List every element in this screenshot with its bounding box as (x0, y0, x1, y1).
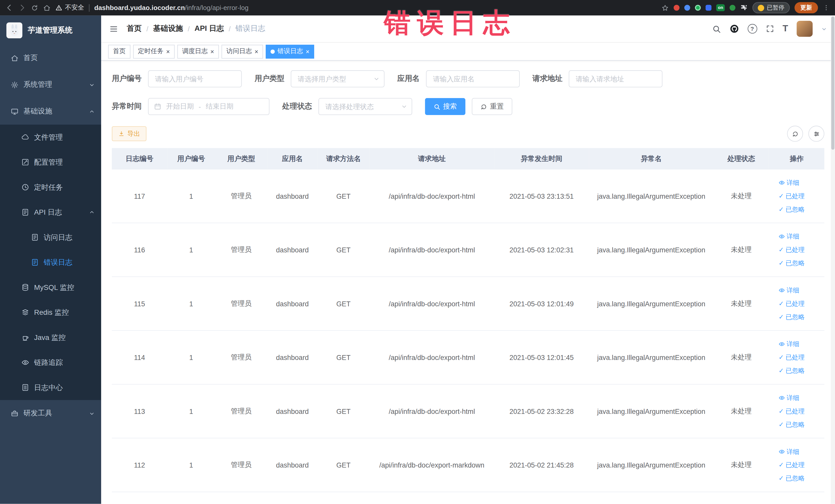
extension-icon[interactable] (684, 5, 690, 11)
processed-link[interactable]: ✓已处理 (778, 353, 805, 362)
paused-button[interactable]: 已暂停 (752, 2, 790, 13)
puzzle-icon[interactable] (740, 4, 748, 12)
refresh-icon (480, 103, 487, 110)
sidebar-item-job[interactable]: 定时任务 (0, 175, 101, 200)
column-header: 异常名 (589, 148, 714, 169)
bookmark-star-icon[interactable] (661, 4, 669, 12)
sidebar-item-trace[interactable]: 链路追踪 (0, 350, 101, 375)
sidebar-item-redis[interactable]: Redis 监控 (0, 300, 101, 325)
cell-user-id: 1 (167, 277, 215, 331)
close-icon[interactable]: × (254, 48, 259, 55)
sidebar-item-system[interactable]: 系统管理 (0, 72, 101, 98)
tab-job-log[interactable]: 调度日志 × (177, 44, 219, 58)
detail-link[interactable]: 详细 (778, 178, 799, 187)
breadcrumb-item[interactable]: API 日志 (195, 24, 224, 33)
breadcrumb-item[interactable]: 首页 (127, 24, 142, 33)
tab-job[interactable]: 定时任务 × (133, 44, 175, 58)
kebab-menu-icon[interactable] (823, 4, 830, 11)
home-icon[interactable] (43, 4, 50, 12)
processed-link[interactable]: ✓已处理 (778, 245, 805, 254)
extension-icon[interactable] (674, 5, 680, 11)
close-icon[interactable]: × (166, 48, 170, 55)
ignored-link[interactable]: ✓已忽略 (778, 313, 805, 321)
fullscreen-icon[interactable] (766, 24, 774, 33)
search-icon[interactable] (712, 24, 721, 33)
extension-icon[interactable] (695, 5, 701, 11)
help-icon[interactable]: ? (748, 24, 757, 33)
cell-url: /api/infra/db-doc/export-html (370, 384, 494, 438)
ignored-link[interactable]: ✓已忽略 (778, 205, 805, 214)
github-icon[interactable] (729, 24, 739, 33)
date-range-field: 开始日期 - 结束日期 (148, 98, 269, 115)
check-icon: ✓ (778, 313, 784, 321)
date-range-picker[interactable]: 开始日期 - 结束日期 (148, 98, 269, 115)
detail-link[interactable]: 详细 (778, 394, 799, 402)
chevron-up-icon (89, 209, 95, 215)
sidebar-item-config[interactable]: 配置管理 (0, 150, 101, 175)
detail-link[interactable]: 详细 (778, 340, 799, 349)
sidebar-item-infra[interactable]: 基础设施 (0, 98, 101, 125)
sidebar-item-mysql[interactable]: MySQL 监控 (0, 275, 101, 300)
extension-icon[interactable] (730, 5, 735, 11)
breadcrumb-current: 错误日志 (236, 24, 265, 33)
close-icon[interactable]: × (306, 48, 309, 55)
detail-link[interactable]: 详细 (778, 286, 799, 295)
sidebar-item-error-log[interactable]: 错误日志 (0, 250, 101, 275)
stack-icon (21, 308, 29, 316)
cell-log-id: 112 (112, 438, 167, 492)
processed-link[interactable]: ✓已处理 (778, 299, 805, 308)
sidebar-item-label: Java 监控 (34, 333, 66, 342)
column-settings-button[interactable] (808, 126, 824, 142)
app-name-input[interactable] (426, 70, 520, 87)
font-size-icon[interactable]: T (782, 23, 788, 34)
tab-error-log[interactable]: 错误日志 × (266, 44, 314, 58)
sidebar-item-file[interactable]: 文件管理 (0, 124, 101, 150)
search-button[interactable]: 搜索 (425, 98, 466, 115)
update-button[interactable]: 更新 (794, 2, 818, 13)
tab-access-log[interactable]: 访问日志 × (222, 44, 263, 58)
reload-icon[interactable] (31, 4, 38, 12)
user-id-input[interactable] (148, 70, 242, 87)
hamburger-icon[interactable] (109, 24, 118, 33)
reset-button[interactable]: 重置 (472, 98, 512, 115)
ignored-link[interactable]: ✓已忽略 (778, 259, 805, 267)
security-indicator[interactable]: 不安全 (56, 3, 84, 12)
scrollbar-thumb[interactable] (831, 16, 834, 150)
ignored-link[interactable]: ✓已忽略 (778, 366, 805, 375)
sidebar-item-log-center[interactable]: 日志中心 (0, 375, 101, 400)
top-navbar: 首页 / 基础设施 / API 日志 / 错误日志 ? T (101, 15, 835, 43)
breadcrumb-separator: / (229, 25, 231, 33)
back-icon[interactable] (5, 4, 13, 12)
extension-icon[interactable] (706, 5, 712, 11)
search-icon (433, 103, 441, 110)
detail-link[interactable]: 详细 (778, 232, 799, 241)
ignored-link[interactable]: ✓已忽略 (778, 474, 805, 483)
detail-link[interactable]: 详细 (778, 447, 799, 456)
user-type-input[interactable] (291, 70, 385, 87)
user-avatar[interactable] (797, 21, 813, 37)
sidebar-item-dev-tools[interactable]: 研发工具 (0, 400, 101, 427)
tab-home[interactable]: 首页 (108, 44, 130, 58)
ignored-link[interactable]: ✓已忽略 (778, 420, 805, 429)
url-bar[interactable]: dashboard.yudao.iocoder.cn/infra/log/api… (94, 4, 248, 12)
caret-down-icon[interactable] (821, 26, 827, 32)
close-icon[interactable]: × (210, 48, 214, 55)
request-url-input[interactable] (569, 70, 663, 87)
eye-icon (778, 287, 785, 294)
processed-link[interactable]: ✓已处理 (778, 460, 805, 469)
process-status-input[interactable] (319, 98, 412, 115)
extension-on-badge[interactable]: on (716, 4, 725, 11)
processed-link[interactable]: ✓已处理 (778, 191, 805, 201)
date-range-separator: - (199, 102, 201, 110)
breadcrumb-item[interactable]: 基础设施 (153, 24, 183, 33)
sidebar-item-api-log[interactable]: API 日志 (0, 200, 101, 225)
sidebar-item-access-log[interactable]: 访问日志 (0, 225, 101, 250)
sidebar-item-home[interactable]: 首页 (0, 45, 101, 72)
processed-link[interactable]: ✓已处理 (778, 407, 805, 416)
refresh-table-button[interactable] (787, 126, 803, 142)
forward-icon[interactable] (18, 4, 26, 12)
sidebar-item-java[interactable]: Java 监控 (0, 325, 101, 350)
app-logo[interactable]: 芋道管理系统 (0, 15, 101, 45)
export-button[interactable]: 导出 (112, 126, 147, 141)
warning-icon (56, 4, 62, 11)
